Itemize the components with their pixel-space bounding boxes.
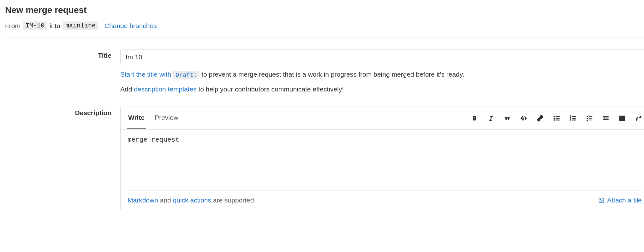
attach-file-button[interactable]: Attach a file xyxy=(598,196,642,204)
footer-supported: are supported xyxy=(211,196,254,204)
attach-file-label: Attach a file xyxy=(607,196,642,204)
italic-icon[interactable] xyxy=(487,114,495,122)
editor-toolbar: 123 xyxy=(471,114,642,122)
description-label: Description xyxy=(5,107,120,210)
svg-rect-16 xyxy=(605,118,608,118)
target-branch-badge: mainline xyxy=(63,21,98,30)
link-icon[interactable] xyxy=(536,114,544,122)
bullet-list-icon[interactable] xyxy=(553,114,560,122)
page-title: New merge request xyxy=(5,5,644,15)
svg-point-2 xyxy=(554,119,555,120)
svg-rect-3 xyxy=(556,116,559,117)
footer-and: and xyxy=(158,196,173,204)
description-editor: Write Preview xyxy=(120,107,644,210)
draft-prefix-link[interactable]: Start the title with Draft: xyxy=(120,71,201,78)
image-icon xyxy=(598,197,605,203)
branch-info: From IM-10 into mainline Change branches xyxy=(5,21,644,30)
description-templates-link[interactable]: description templates xyxy=(134,85,196,93)
tab-write[interactable]: Write xyxy=(127,107,146,129)
source-branch-badge: IM-10 xyxy=(23,21,47,30)
draft-code: Draft: xyxy=(173,71,200,79)
svg-rect-10 xyxy=(572,118,576,119)
fullscreen-icon[interactable] xyxy=(635,114,642,122)
table-icon[interactable] xyxy=(618,114,626,122)
bold-icon[interactable] xyxy=(471,114,478,122)
editor-header: Write Preview xyxy=(121,107,644,130)
template-hint-suffix: to help your contributors communicate ef… xyxy=(197,85,344,93)
svg-rect-9 xyxy=(572,116,576,117)
title-label: Title xyxy=(5,49,120,94)
template-hint-prefix: Add xyxy=(120,85,134,93)
numbered-list-icon[interactable]: 123 xyxy=(569,114,577,122)
tab-preview[interactable]: Preview xyxy=(153,107,180,129)
svg-rect-15 xyxy=(603,116,609,116)
svg-point-0 xyxy=(554,116,555,117)
title-input[interactable] xyxy=(120,49,644,65)
task-list-icon[interactable] xyxy=(586,114,593,122)
into-label: into xyxy=(50,22,60,30)
divider xyxy=(5,38,644,38)
svg-rect-4 xyxy=(556,118,559,119)
editor-footer: Markdown and quick actions are supported… xyxy=(128,190,642,210)
code-icon[interactable] xyxy=(520,114,528,122)
markdown-link[interactable]: Markdown xyxy=(128,196,158,204)
change-branches-link[interactable]: Change branches xyxy=(104,22,157,30)
svg-rect-11 xyxy=(572,120,576,120)
svg-point-23 xyxy=(600,199,601,200)
description-textarea[interactable] xyxy=(121,130,644,190)
draft-hint: Start the title with Draft: to prevent a… xyxy=(120,69,644,80)
editor-tabs: Write Preview xyxy=(127,107,180,129)
quick-actions-link[interactable]: quick actions xyxy=(173,196,211,204)
svg-rect-5 xyxy=(556,120,559,120)
svg-rect-17 xyxy=(603,119,609,120)
quote-icon[interactable] xyxy=(504,114,511,122)
template-hint: Add description templates to help your c… xyxy=(120,84,644,94)
indent-icon[interactable] xyxy=(602,114,610,122)
svg-text:3: 3 xyxy=(570,119,571,121)
from-label: From xyxy=(5,22,21,30)
draft-hint-suffix: to prevent a merge request that is a wor… xyxy=(201,71,464,78)
svg-point-1 xyxy=(554,118,555,119)
